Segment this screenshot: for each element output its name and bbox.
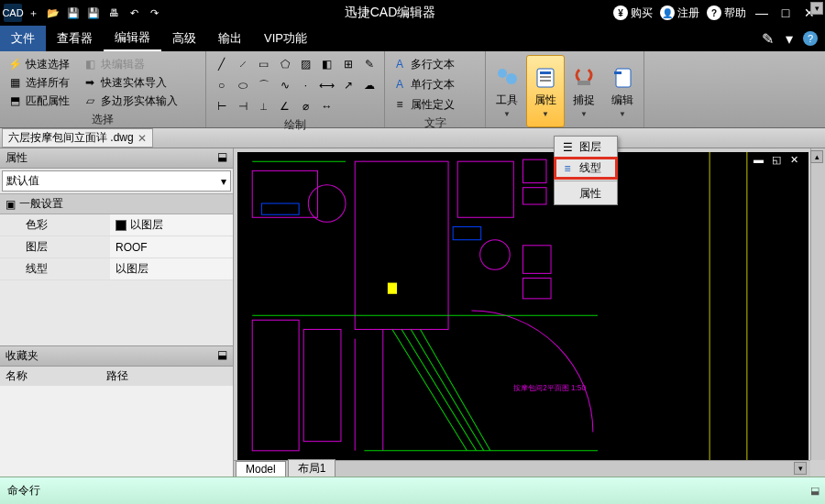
quick-select[interactable]: ⚡快速选择 [7, 55, 70, 73]
dim4-icon[interactable]: ⟂ [255, 97, 273, 115]
spline-icon[interactable]: ∿ [276, 76, 294, 94]
scroll-up-icon[interactable]: ▴ [810, 150, 823, 163]
svg-point-0 [498, 69, 507, 78]
insert-icon[interactable]: ⊞ [339, 55, 358, 73]
file-tab-close-icon[interactable]: ✕ [138, 132, 147, 145]
new-icon[interactable]: ＋ [24, 4, 42, 22]
match-props[interactable]: ⬒匹配属性 [7, 92, 70, 110]
props-button[interactable]: 属性▼ [526, 55, 565, 127]
dropdown-item-layers[interactable]: ☰图层 [555, 137, 617, 158]
select-all[interactable]: ▦选择所有 [7, 73, 70, 92]
file-tab[interactable]: 六层按摩包间立面详 .dwg ✕ [2, 128, 153, 148]
menu-editor[interactable]: 编辑器 [104, 26, 161, 51]
canvas-minimize-icon[interactable]: ▬ [754, 154, 768, 167]
minimize-button[interactable]: — [754, 5, 770, 21]
menu-viewer[interactable]: 查看器 [46, 26, 104, 51]
pen-draw-icon[interactable]: ✎ [360, 55, 379, 73]
ribbon-group-draw-label: 绘制 [214, 115, 377, 135]
layout-tab-model[interactable]: Model [236, 461, 286, 477]
leader-icon[interactable]: ↗ [339, 76, 358, 94]
dropdown-icon[interactable]: ▾ [781, 30, 798, 47]
undo-icon[interactable]: ↶ [125, 4, 143, 22]
svg-rect-4 [540, 76, 551, 78]
dropdown-item-props[interactable]: 属性 [555, 183, 617, 204]
quick-entity-import[interactable]: ➡快速实体导入 [82, 73, 178, 92]
line-icon[interactable]: ╱ [213, 55, 231, 73]
canvas-restore-icon[interactable]: ◱ [772, 154, 786, 167]
fav-col-name: 名称 [0, 367, 101, 386]
menu-advanced[interactable]: 高级 [161, 26, 207, 51]
dim5-icon[interactable]: ∠ [276, 97, 294, 115]
svg-rect-15 [523, 246, 552, 274]
redo-icon[interactable]: ↷ [145, 4, 163, 22]
open-icon[interactable]: 📂 [44, 4, 62, 22]
mtext-button[interactable]: A多行文本 [392, 55, 478, 73]
props-icon [533, 65, 558, 91]
dim2-icon[interactable]: ⊢ [213, 97, 231, 115]
menu-output[interactable]: 输出 [207, 26, 253, 51]
menu-vip[interactable]: VIP功能 [253, 26, 318, 51]
file-tab-name: 六层按摩包间立面详 .dwg [8, 130, 134, 146]
horizontal-scrollbar[interactable]: Model 布局1 ▾ [234, 460, 810, 477]
scroll-expand[interactable]: ▾ [794, 462, 807, 475]
svg-line-25 [402, 329, 476, 450]
prop-row-layer[interactable]: 图层 ROOF [0, 236, 233, 258]
color-swatch [116, 220, 126, 231]
filetab-expand[interactable]: ▾ [810, 2, 823, 15]
help-button[interactable]: ?帮助 [707, 5, 746, 21]
help-icon[interactable]: ? [803, 31, 818, 46]
vertical-scrollbar[interactable]: ▴ [810, 148, 825, 460]
command-label: 命令行 [7, 483, 40, 499]
polygon-icon[interactable]: ⬠ [276, 55, 294, 73]
polygon-entity-input[interactable]: ▱多边形实体输入 [82, 92, 178, 110]
app-icon[interactable]: CAD [4, 4, 22, 22]
prop-row-color[interactable]: 色彩 以图层 [0, 214, 233, 236]
pin-icon[interactable]: ⬓ [217, 150, 227, 166]
pen-icon[interactable]: ✎ [759, 30, 776, 47]
dim6-icon[interactable]: ⌀ [297, 97, 315, 115]
canvas-close-icon[interactable]: ✕ [790, 154, 805, 167]
hatch-icon[interactable]: ▨ [297, 55, 315, 73]
general-settings-section[interactable]: ▣一般设置 [0, 193, 233, 214]
point-icon[interactable]: · [297, 76, 315, 94]
cloud-icon[interactable]: ☁ [360, 76, 379, 94]
edit-button[interactable]: 编辑▼ [603, 55, 642, 127]
command-bar[interactable]: 命令行 ⬓ [0, 477, 825, 504]
default-value-combo[interactable]: 默认值▾ [2, 170, 231, 192]
svg-rect-13 [523, 159, 546, 182]
cmd-pin-icon[interactable]: ⬓ [810, 485, 820, 497]
polyline-icon[interactable]: ⟋ [234, 55, 252, 73]
register-button[interactable]: 👤注册 [660, 5, 699, 21]
stext-button[interactable]: A单行文本 [392, 75, 478, 93]
layout-tab-layout1[interactable]: 布局1 [288, 459, 336, 477]
circle-icon[interactable]: ○ [213, 76, 231, 94]
drawing-canvas[interactable]: 按摩包间2平面图 1:50 [237, 152, 808, 460]
dropdown-item-linetype[interactable]: ≡线型 [555, 158, 617, 179]
dim3-icon[interactable]: ⊣ [234, 97, 252, 115]
svg-line-26 [411, 329, 483, 450]
dim-icon[interactable]: ⟷ [318, 76, 336, 94]
ellipse-icon[interactable]: ⬭ [234, 76, 252, 94]
maximize-button[interactable]: □ [777, 5, 794, 21]
buy-button[interactable]: ¥购买 [613, 5, 653, 21]
app-title: 迅捷CAD编辑器 [167, 5, 613, 21]
menu-file[interactable]: 文件 [0, 26, 46, 51]
dim7-icon[interactable]: ↔ [318, 97, 336, 115]
room-label: 按摩包间2平面图 1:50 [513, 384, 586, 392]
svg-rect-14 [523, 188, 546, 204]
print-icon[interactable]: 🖶 [104, 4, 123, 22]
edit-icon [610, 65, 635, 91]
props-dropdown: ☰图层 ≡线型 属性 [554, 136, 618, 205]
arc-icon[interactable]: ⌒ [255, 76, 273, 94]
svg-rect-19 [303, 329, 341, 441]
saveall-icon[interactable]: 💾 [84, 4, 103, 22]
pin-icon[interactable]: ⬓ [217, 348, 227, 364]
rect-icon[interactable]: ▭ [255, 55, 273, 73]
save-icon[interactable]: 💾 [64, 4, 82, 22]
attrdef-button[interactable]: ≡属性定义 [392, 95, 478, 114]
props-panel-title: 属性⬓ [0, 148, 233, 169]
block-icon[interactable]: ◧ [318, 55, 336, 73]
tools-button[interactable]: 工具▼ [488, 55, 526, 127]
snap-button[interactable]: 捕捉▼ [565, 55, 603, 127]
prop-row-linetype[interactable]: 线型 以图层 [0, 258, 233, 280]
